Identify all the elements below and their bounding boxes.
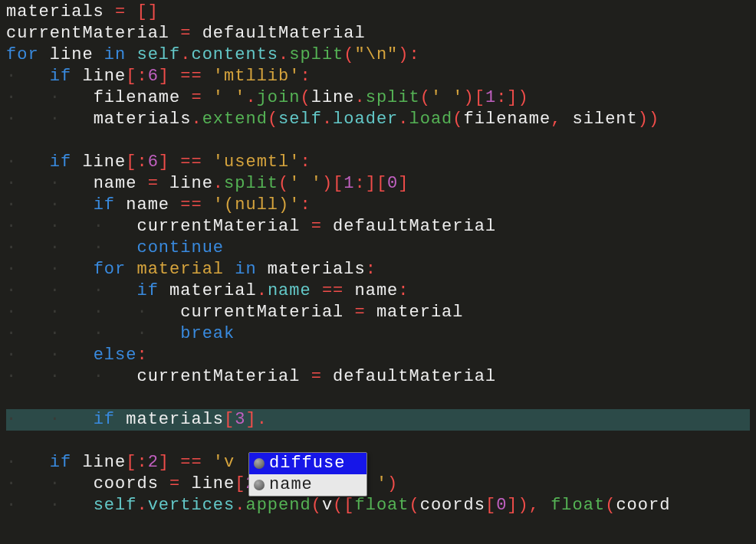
code-token: ' ' [431, 88, 464, 107]
code-line[interactable]: · · name = line.split(' ')[1:][0] [6, 173, 750, 195]
code-line[interactable]: · · · · currentMaterial = material [6, 302, 750, 323]
code-line[interactable]: materials = [] [6, 2, 750, 23]
code-token: ( [409, 496, 420, 515]
code-token: 1 [343, 174, 354, 193]
code-token: . [398, 110, 409, 129]
code-token: ] [245, 410, 256, 429]
code-line[interactable]: · · if name == '(null)': [6, 195, 750, 216]
code-token: ]) [507, 88, 528, 107]
code-token [202, 453, 213, 472]
code-line[interactable]: · · for material in materials: [6, 259, 750, 280]
code-token: ] [398, 174, 409, 193]
code-token: = [354, 303, 365, 322]
code-line[interactable]: · · else: [6, 345, 750, 366]
code-line[interactable] [6, 431, 750, 452]
code-token: float [355, 496, 409, 515]
code-line[interactable]: · · materials.extend(self.loader.load(fi… [6, 109, 750, 130]
code-token: . [180, 45, 191, 64]
code-token: : [496, 88, 507, 107]
code-token: == [322, 281, 343, 300]
code-token: vertices [148, 496, 235, 515]
code-token: 6 [148, 67, 159, 86]
code-line[interactable]: · · coords = line[2:].split(' ') [6, 474, 750, 495]
code-token: if [94, 410, 115, 429]
code-line[interactable]: · · · · break [6, 323, 750, 345]
code-token: = [311, 217, 322, 236]
code-token: 2 [148, 453, 159, 472]
code-token: : [409, 45, 420, 64]
code-token: ] [159, 453, 169, 472]
code-token: join [257, 88, 301, 107]
completion-item[interactable]: name [249, 474, 366, 496]
code-token: : [300, 67, 311, 86]
code-token: = [191, 88, 202, 107]
code-line[interactable]: · · if materials[3]. [6, 409, 750, 431]
code-token: if [50, 453, 71, 472]
code-token: [ [126, 453, 136, 472]
code-line[interactable]: · · · currentMaterial = defaultMaterial [6, 216, 750, 238]
code-token: . [213, 174, 224, 193]
code-token: 'mtllib' [213, 67, 301, 86]
code-token: : [355, 174, 366, 193]
code-token: material [366, 303, 464, 322]
code-token: . [322, 110, 333, 129]
code-line[interactable]: · if line[:2] == 'v [6, 452, 750, 474]
code-editor[interactable]: materials = []currentMaterial = defaultM… [0, 0, 756, 516]
code-line[interactable]: for line in self.contents.split("\n"): [6, 44, 750, 66]
code-token: currentMaterial [136, 367, 311, 386]
code-token: )[ [322, 174, 343, 193]
code-token: : [398, 281, 409, 300]
code-token: for [6, 45, 39, 64]
code-token: currentMaterial [136, 217, 311, 236]
code-token: == [180, 195, 202, 215]
code-line[interactable]: · · self.vertices.append(v([float(coords… [6, 495, 750, 516]
code-token: if [136, 281, 158, 300]
code-line[interactable]: · · · if material.name == name: [6, 280, 750, 302]
code-token: v [322, 496, 333, 515]
code-token: , [529, 496, 540, 515]
code-token: . [257, 281, 268, 300]
code-token: ) [387, 474, 398, 493]
code-token: silent [561, 110, 637, 129]
code-token: ( [420, 88, 431, 107]
code-token: . [235, 496, 245, 515]
code-line[interactable]: · · · continue [6, 238, 750, 259]
code-token: ] [159, 67, 169, 86]
code-token: . [257, 410, 268, 429]
code-token: = [311, 367, 322, 386]
code-token: ( [278, 174, 289, 193]
code-token: self [126, 45, 180, 64]
code-token: ( [300, 88, 311, 107]
code-line[interactable]: · if line[:6] == 'mtllib': [6, 66, 750, 87]
code-token: : [300, 195, 311, 215]
code-token: = [169, 474, 180, 493]
code-token: ]) [507, 496, 528, 515]
code-token: split [289, 45, 343, 64]
code-token: [ [485, 496, 496, 515]
code-token [169, 152, 180, 172]
code-token: == [180, 152, 202, 172]
code-line[interactable]: · · · currentMaterial = defaultMaterial [6, 366, 750, 388]
autocomplete-popup[interactable]: diffusename [248, 452, 367, 496]
code-token: name [94, 174, 148, 193]
code-token: coords [420, 496, 485, 515]
code-token: if [94, 195, 115, 215]
completion-label: name [269, 474, 313, 496]
code-token: ' ' [213, 88, 246, 107]
code-token: ( [311, 496, 322, 515]
code-token: filename [464, 110, 551, 129]
code-line[interactable]: · · filename = ' '.join(line.split(' ')[… [6, 87, 750, 109]
completion-item[interactable]: diffuse [249, 453, 366, 474]
code-token: 0 [496, 496, 507, 515]
attribute-icon [254, 480, 265, 490]
code-token: contents [191, 45, 278, 64]
code-line[interactable] [6, 388, 750, 409]
code-token [202, 195, 213, 215]
code-token: : [300, 152, 311, 172]
code-line[interactable] [6, 130, 750, 152]
code-token: line [39, 45, 104, 64]
code-token: else [94, 346, 137, 365]
code-line[interactable]: · if line[:6] == 'usemtl': [6, 152, 750, 173]
code-token: line [71, 152, 126, 172]
code-line[interactable]: currentMaterial = defaultMaterial [6, 23, 750, 44]
